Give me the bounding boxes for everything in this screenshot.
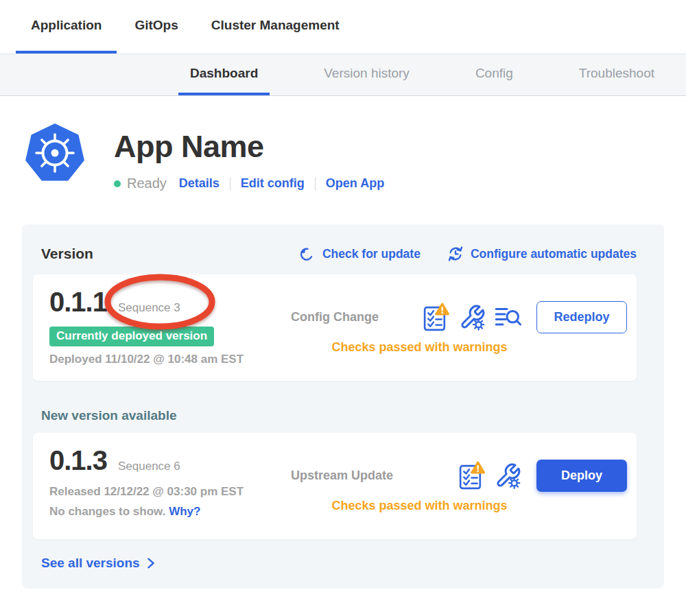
redeploy-button[interactable]: Redeploy [536, 301, 627, 333]
preflight-checks-icon[interactable] [422, 302, 450, 333]
deployed-timestamp: Deployed 11/10/22 @ 10:48 am EST [49, 353, 280, 366]
edit-config-link[interactable]: Edit config [241, 176, 305, 191]
current-version-row: 0.1.1 Sequence 3 Currently deployed vers… [33, 274, 637, 381]
warning-triangle-icon [472, 462, 484, 473]
configure-automatic-updates-link[interactable]: Configure automatic updates [447, 245, 637, 263]
see-all-versions-link[interactable]: See all versions [41, 556, 156, 571]
new-version-heading: New version available [41, 408, 637, 423]
version-source-label: Config Change [291, 310, 379, 324]
version-card: Version Check for update Configure autom… [22, 224, 664, 589]
nav-tab-gitops[interactable]: GitOps [119, 0, 193, 54]
version-card-title: Version [41, 246, 93, 262]
available-version-row: 0.1.3 Sequence 6 Released 12/12/22 @ 03:… [33, 433, 637, 539]
available-version-number: 0.1.3 [49, 445, 107, 476]
current-version-number: 0.1.1 [49, 287, 107, 318]
diff-view-icon[interactable] [495, 306, 521, 329]
refresh-icon [299, 246, 316, 263]
current-version-sequence: Sequence 3 [118, 301, 180, 315]
deploy-button[interactable]: Deploy [536, 460, 627, 492]
config-wrench-icon[interactable] [495, 462, 521, 489]
nav-tab-cluster-management[interactable]: Cluster Management [196, 0, 355, 54]
primary-nav: Application GitOps Cluster Management [0, 0, 686, 54]
preflight-checks-icon[interactable] [458, 460, 486, 491]
kubernetes-logo [25, 122, 85, 185]
app-status: Ready [127, 176, 167, 191]
auto-update-icon [447, 245, 464, 263]
app-header: App Name Ready Details Edit config Open … [25, 122, 686, 191]
preflight-status-text: Checks passed with warnings [291, 340, 627, 355]
why-link[interactable]: Why? [169, 505, 200, 518]
open-app-link[interactable]: Open App [326, 176, 384, 191]
tab-dashboard[interactable]: Dashboard [178, 54, 270, 95]
tab-troubleshoot[interactable]: Troubleshoot [567, 54, 666, 95]
details-link[interactable]: Details [179, 176, 220, 191]
chevron-right-icon [145, 557, 156, 569]
divider [315, 177, 316, 191]
tab-version-history[interactable]: Version history [312, 54, 421, 95]
nav-tab-application[interactable]: Application [16, 0, 117, 54]
check-for-update-link[interactable]: Check for update [299, 246, 421, 263]
page-title: App Name [114, 129, 384, 165]
gear-icon [473, 319, 484, 329]
version-source-label: Upstream Update [291, 469, 393, 483]
currently-deployed-badge: Currently deployed version [49, 327, 214, 346]
ready-status-dot [114, 180, 121, 187]
config-wrench-icon[interactable] [459, 304, 486, 331]
divider [230, 177, 230, 191]
warning-triangle-icon [436, 304, 448, 314]
available-version-sequence: Sequence 6 [118, 460, 180, 473]
preflight-status-text: Checks passed with warnings [291, 499, 627, 513]
released-timestamp: Released 12/12/22 @ 03:30 pm EST [49, 485, 280, 499]
app-subnav: Dashboard Version history Config Trouble… [0, 54, 686, 96]
tab-config[interactable]: Config [464, 54, 525, 95]
no-changes-text: No changes to show. [49, 505, 165, 518]
gear-icon [509, 477, 519, 488]
